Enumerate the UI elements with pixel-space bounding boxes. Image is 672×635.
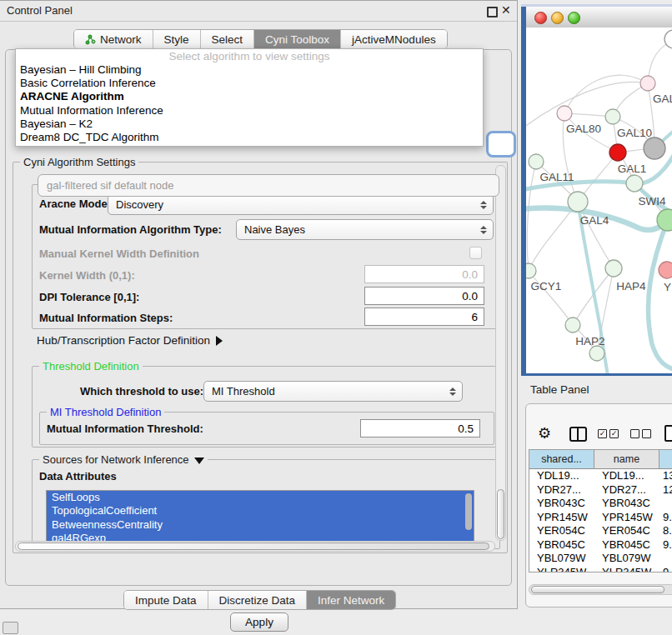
unchecked-checkbox-icon[interactable] — [642, 429, 651, 438]
gear-icon[interactable]: ⚙ — [538, 424, 551, 442]
dropdown-option[interactable]: Bayesian – Hill Climbing — [16, 63, 483, 77]
network-node[interactable] — [664, 30, 672, 48]
dropdown-option[interactable]: Dream8 DC_TDC Algorithm — [16, 131, 483, 144]
inference-algorithm-combo-fragment[interactable] — [486, 131, 516, 158]
manual-kernel-width-checkbox[interactable] — [469, 247, 482, 259]
list-scrollbar-thumb[interactable] — [465, 493, 472, 530]
apply-button-label: Apply — [245, 616, 273, 628]
table-row[interactable]: YBR043CYBR043C — [529, 497, 672, 511]
hub-transcription-factor-expander[interactable]: Hub/Transcription Factor Definition — [37, 334, 223, 347]
tab-network[interactable]: Network — [74, 30, 153, 48]
column-header[interactable]: name — [594, 450, 659, 468]
network-node[interactable] — [640, 76, 655, 91]
network-node[interactable] — [557, 106, 572, 121]
tab-impute-data[interactable]: Impute Data — [124, 591, 208, 609]
network-graph[interactable]: GAL80GAL10GAL1GAL11SWI4GAL4GCY1HAP4HAP2G… — [526, 28, 672, 373]
kernel-width-field[interactable]: 0.0 — [364, 265, 484, 283]
tab-cyni-toolbox[interactable]: Cyni Toolbox — [254, 30, 341, 48]
mi-threshold-field[interactable]: 0.5 — [360, 419, 480, 438]
table-horizontal-scrollbar[interactable] — [529, 584, 672, 595]
table-row[interactable]: YBR045CYBR045C9. — [529, 538, 672, 552]
table-row[interactable]: YER054CYER054C8. — [529, 524, 672, 538]
settings-vscroll-thumb[interactable] — [497, 489, 504, 539]
table-cell: 9. — [659, 511, 672, 525]
settings-horizontal-scrollbar[interactable] — [15, 541, 495, 552]
column-header[interactable] — [659, 450, 672, 468]
tab-jactivemnodules[interactable]: jActiveMNodules — [341, 30, 447, 48]
network-selector-combo[interactable]: gal-filtered sif default node — [38, 174, 499, 197]
aracne-mode-label: Aracne Mode: — [39, 198, 111, 210]
table-cell: YER054C — [529, 524, 594, 538]
dropdown-option[interactable]: Basic Correlation Inference — [16, 77, 483, 90]
unchecked-checkbox-icon[interactable] — [630, 429, 639, 438]
dropdown-option[interactable]: Mutual Information Inference — [16, 104, 483, 118]
checked-checkbox-icon[interactable]: ✓ — [598, 429, 607, 438]
settings-vertical-scrollbar[interactable] — [495, 165, 506, 541]
mi-algorithm-type-value: Naive Bayes — [244, 223, 305, 236]
dropdown-placeholder: Select algorithm to view settings — [16, 50, 483, 63]
network-node[interactable] — [626, 175, 643, 192]
network-edge[interactable] — [564, 75, 648, 113]
settings-hscroll-thumb[interactable] — [18, 542, 489, 550]
network-node[interactable] — [605, 109, 620, 124]
tab-style[interactable]: Style — [153, 30, 201, 48]
checked-checkbox-icon[interactable]: ✓ — [609, 429, 619, 438]
network-node[interactable] — [609, 144, 626, 161]
table-hscroll-thumb[interactable] — [531, 586, 664, 593]
which-threshold-value: MI Threshold — [212, 385, 275, 398]
tab-infer-network[interactable]: Infer Network — [307, 591, 395, 609]
control-panel-titlebar: Control Panel ✕ — [0, 1, 517, 22]
dpi-tolerance-field[interactable]: 0.0 — [364, 287, 484, 305]
list-item[interactable]: BetweennessCentrality — [47, 518, 474, 532]
network-node[interactable] — [589, 346, 604, 361]
mi-steps-field[interactable]: 6 — [364, 308, 484, 326]
tab-discretize-data[interactable]: Discretize Data — [208, 591, 308, 609]
table-row[interactable]: YBL079WYBL079W — [529, 552, 672, 566]
tab-select[interactable]: Select — [201, 30, 255, 48]
table-row[interactable]: YLR345WYLR345W9. — [529, 566, 672, 573]
float-window-icon[interactable] — [487, 7, 498, 18]
mac-minimize-button[interactable] — [551, 12, 564, 24]
network-node[interactable] — [526, 263, 536, 278]
network-canvas[interactable]: GAL80GAL10GAL1GAL11SWI4GAL4GCY1HAP4HAP2G… — [526, 28, 672, 373]
table-row[interactable]: YDR27...YDR27...12 — [529, 483, 672, 498]
document-icon[interactable] — [664, 425, 672, 442]
node-table[interactable]: shared... name YDL19...YDL19...13YDR27..… — [529, 449, 672, 572]
mi-algorithm-type-label: Mutual Information Algorithm Type: — [39, 223, 222, 236]
data-attributes-list[interactable]: SelfLoops TopologicalCoefficient Between… — [46, 490, 474, 547]
table-row[interactable]: YDL19...YDL19...13 — [529, 469, 672, 483]
network-edge[interactable] — [529, 271, 573, 325]
sources-group-title[interactable]: Sources for Network Inference — [39, 453, 208, 466]
table-cell: YBR045C — [594, 538, 659, 552]
network-node[interactable] — [659, 262, 672, 278]
network-node-label: Y — [664, 281, 671, 293]
network-node[interactable] — [568, 192, 588, 212]
network-view-window: GAL80GAL10GAL1GAL11SWI4GAL4GCY1HAP4HAP2G… — [521, 4, 672, 376]
dropdown-option-highlighted[interactable]: ARACNE Algorithm — [16, 90, 483, 103]
table-row[interactable]: YPR145WYPR145W9. — [529, 511, 672, 525]
list-item[interactable]: SelfLoops — [47, 491, 474, 504]
network-edge[interactable] — [527, 162, 536, 271]
minimized-panel-icon[interactable] — [3, 622, 18, 634]
network-window-titlebar[interactable] — [526, 7, 672, 28]
tab-impute-data-label: Impute Data — [135, 594, 197, 607]
network-node[interactable] — [529, 154, 544, 169]
cyni-bottom-tabs: Impute Data Discretize Data Infer Networ… — [123, 590, 396, 610]
dropdown-option[interactable]: Bayesian – K2 — [16, 118, 483, 131]
dpi-tolerance-value: 0.0 — [462, 290, 478, 302]
mac-close-button[interactable] — [534, 12, 547, 24]
aracne-mode-combo[interactable]: Discovery — [108, 194, 494, 215]
network-edge[interactable] — [648, 220, 672, 371]
close-icon[interactable]: ✕ — [501, 3, 511, 17]
network-node[interactable] — [605, 260, 622, 277]
mac-zoom-button[interactable] — [568, 12, 580, 24]
network-node[interactable] — [644, 138, 665, 159]
column-header[interactable]: shared... — [529, 450, 594, 468]
mi-threshold-label: Mutual Information Threshold: — [47, 422, 203, 435]
network-node[interactable] — [565, 318, 580, 332]
mi-algorithm-type-combo[interactable]: Naive Bayes — [236, 219, 494, 240]
split-columns-icon[interactable] — [569, 427, 587, 442]
which-threshold-combo[interactable]: MI Threshold — [203, 381, 463, 402]
apply-button[interactable]: Apply — [230, 612, 288, 632]
list-item[interactable]: TopologicalCoefficient — [47, 504, 474, 518]
